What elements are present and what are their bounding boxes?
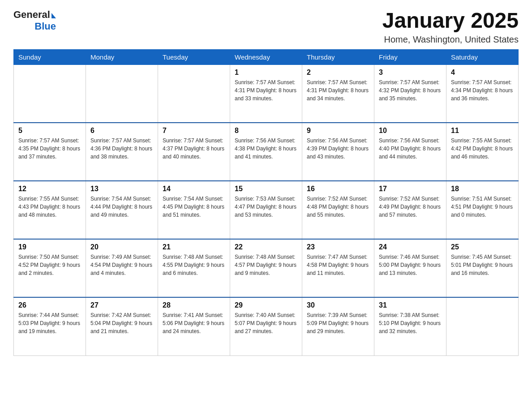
calendar-cell: 24Sunrise: 7:46 AM Sunset: 5:00 PM Dayli… <box>374 239 446 297</box>
calendar-header-row: SundayMondayTuesdayWednesdayThursdayFrid… <box>14 49 519 64</box>
calendar-cell: 9Sunrise: 7:56 AM Sunset: 4:39 PM Daylig… <box>302 123 374 181</box>
day-info: Sunrise: 7:39 AM Sunset: 5:09 PM Dayligh… <box>307 311 369 335</box>
calendar-cell <box>14 64 86 123</box>
calendar-cell: 31Sunrise: 7:38 AM Sunset: 5:10 PM Dayli… <box>374 297 446 355</box>
calendar-cell <box>446 297 519 355</box>
calendar-cell: 6Sunrise: 7:57 AM Sunset: 4:36 PM Daylig… <box>86 123 158 181</box>
day-number: 28 <box>163 301 225 309</box>
day-number: 2 <box>307 68 369 77</box>
day-info: Sunrise: 7:38 AM Sunset: 5:10 PM Dayligh… <box>379 311 442 335</box>
calendar-cell: 30Sunrise: 7:39 AM Sunset: 5:09 PM Dayli… <box>302 297 374 355</box>
day-number: 29 <box>235 301 297 309</box>
calendar-cell: 17Sunrise: 7:52 AM Sunset: 4:49 PM Dayli… <box>374 181 446 239</box>
day-number: 20 <box>90 243 153 251</box>
logo-blue: Blue <box>34 21 56 32</box>
calendar-cell <box>86 64 158 123</box>
day-number: 25 <box>451 243 514 251</box>
calendar-title: January 2025 <box>382 9 519 33</box>
day-number: 26 <box>18 301 81 309</box>
day-number: 14 <box>163 185 225 193</box>
calendar-cell: 23Sunrise: 7:47 AM Sunset: 4:58 PM Dayli… <box>302 239 374 297</box>
day-info: Sunrise: 7:56 AM Sunset: 4:39 PM Dayligh… <box>307 137 369 161</box>
calendar-cell <box>158 64 230 123</box>
day-number: 23 <box>307 243 369 251</box>
day-number: 17 <box>379 185 442 193</box>
header-saturday: Saturday <box>446 49 519 64</box>
day-info: Sunrise: 7:47 AM Sunset: 4:58 PM Dayligh… <box>307 253 369 277</box>
day-number: 27 <box>90 301 153 309</box>
day-info: Sunrise: 7:52 AM Sunset: 4:48 PM Dayligh… <box>307 195 369 219</box>
day-info: Sunrise: 7:48 AM Sunset: 4:55 PM Dayligh… <box>163 253 225 277</box>
calendar-cell: 8Sunrise: 7:56 AM Sunset: 4:38 PM Daylig… <box>230 123 302 181</box>
calendar-week-row: 5Sunrise: 7:57 AM Sunset: 4:35 PM Daylig… <box>14 123 519 181</box>
day-number: 30 <box>307 301 369 309</box>
day-info: Sunrise: 7:40 AM Sunset: 5:07 PM Dayligh… <box>235 311 297 335</box>
day-number: 31 <box>379 301 442 309</box>
day-number: 8 <box>235 127 297 135</box>
day-number: 21 <box>163 243 225 251</box>
day-info: Sunrise: 7:56 AM Sunset: 4:38 PM Dayligh… <box>235 137 297 161</box>
day-info: Sunrise: 7:57 AM Sunset: 4:32 PM Dayligh… <box>379 78 442 103</box>
calendar-cell: 18Sunrise: 7:51 AM Sunset: 4:51 PM Dayli… <box>446 181 519 239</box>
logo-general: General <box>13 9 50 21</box>
day-info: Sunrise: 7:57 AM Sunset: 4:31 PM Dayligh… <box>307 78 369 103</box>
calendar-cell: 22Sunrise: 7:48 AM Sunset: 4:57 PM Dayli… <box>230 239 302 297</box>
calendar-cell: 28Sunrise: 7:41 AM Sunset: 5:06 PM Dayli… <box>158 297 230 355</box>
calendar-cell: 15Sunrise: 7:53 AM Sunset: 4:47 PM Dayli… <box>230 181 302 239</box>
day-number: 24 <box>379 243 442 251</box>
title-block: January 2025 Home, Washington, United St… <box>382 9 519 45</box>
day-info: Sunrise: 7:48 AM Sunset: 4:57 PM Dayligh… <box>235 253 297 277</box>
header-friday: Friday <box>374 49 446 64</box>
day-number: 22 <box>235 243 297 251</box>
logo: General Blue <box>13 9 56 32</box>
day-number: 15 <box>235 185 297 193</box>
calendar-cell: 7Sunrise: 7:57 AM Sunset: 4:37 PM Daylig… <box>158 123 230 181</box>
day-number: 16 <box>307 185 369 193</box>
day-info: Sunrise: 7:50 AM Sunset: 4:52 PM Dayligh… <box>18 253 81 277</box>
calendar-week-row: 1Sunrise: 7:57 AM Sunset: 4:31 PM Daylig… <box>14 64 519 123</box>
calendar-cell: 3Sunrise: 7:57 AM Sunset: 4:32 PM Daylig… <box>374 64 446 123</box>
calendar-subtitle: Home, Washington, United States <box>382 34 519 45</box>
header-sunday: Sunday <box>14 49 86 64</box>
day-number: 10 <box>379 127 442 135</box>
day-number: 6 <box>90 127 153 135</box>
day-info: Sunrise: 7:57 AM Sunset: 4:35 PM Dayligh… <box>18 137 81 161</box>
calendar-cell: 10Sunrise: 7:56 AM Sunset: 4:40 PM Dayli… <box>374 123 446 181</box>
day-info: Sunrise: 7:54 AM Sunset: 4:45 PM Dayligh… <box>163 195 225 219</box>
day-info: Sunrise: 7:56 AM Sunset: 4:40 PM Dayligh… <box>379 137 442 161</box>
day-number: 4 <box>451 68 514 77</box>
calendar-cell: 12Sunrise: 7:55 AM Sunset: 4:43 PM Dayli… <box>14 181 86 239</box>
day-info: Sunrise: 7:45 AM Sunset: 5:01 PM Dayligh… <box>451 253 514 277</box>
day-info: Sunrise: 7:52 AM Sunset: 4:49 PM Dayligh… <box>379 195 442 219</box>
calendar-cell: 14Sunrise: 7:54 AM Sunset: 4:45 PM Dayli… <box>158 181 230 239</box>
day-info: Sunrise: 7:57 AM Sunset: 4:37 PM Dayligh… <box>163 137 225 161</box>
day-info: Sunrise: 7:57 AM Sunset: 4:34 PM Dayligh… <box>451 78 514 103</box>
calendar-cell: 16Sunrise: 7:52 AM Sunset: 4:48 PM Dayli… <box>302 181 374 239</box>
calendar-cell: 19Sunrise: 7:50 AM Sunset: 4:52 PM Dayli… <box>14 239 86 297</box>
calendar-cell: 29Sunrise: 7:40 AM Sunset: 5:07 PM Dayli… <box>230 297 302 355</box>
day-info: Sunrise: 7:55 AM Sunset: 4:43 PM Dayligh… <box>18 195 81 219</box>
logo-arrow-icon <box>51 13 56 18</box>
calendar-cell: 27Sunrise: 7:42 AM Sunset: 5:04 PM Dayli… <box>86 297 158 355</box>
day-info: Sunrise: 7:55 AM Sunset: 4:42 PM Dayligh… <box>451 137 514 161</box>
day-number: 13 <box>90 185 153 193</box>
calendar-cell: 4Sunrise: 7:57 AM Sunset: 4:34 PM Daylig… <box>446 64 519 123</box>
calendar-table: SundayMondayTuesdayWednesdayThursdayFrid… <box>13 49 519 356</box>
day-info: Sunrise: 7:46 AM Sunset: 5:00 PM Dayligh… <box>379 253 442 277</box>
day-number: 5 <box>18 127 81 135</box>
calendar-cell: 20Sunrise: 7:49 AM Sunset: 4:54 PM Dayli… <box>86 239 158 297</box>
calendar-week-row: 12Sunrise: 7:55 AM Sunset: 4:43 PM Dayli… <box>14 181 519 239</box>
day-number: 1 <box>235 68 297 77</box>
day-info: Sunrise: 7:44 AM Sunset: 5:03 PM Dayligh… <box>18 311 81 335</box>
day-number: 12 <box>18 185 81 193</box>
calendar-cell: 2Sunrise: 7:57 AM Sunset: 4:31 PM Daylig… <box>302 64 374 123</box>
calendar-cell: 13Sunrise: 7:54 AM Sunset: 4:44 PM Dayli… <box>86 181 158 239</box>
day-info: Sunrise: 7:42 AM Sunset: 5:04 PM Dayligh… <box>90 311 153 335</box>
day-info: Sunrise: 7:54 AM Sunset: 4:44 PM Dayligh… <box>90 195 153 219</box>
calendar-week-row: 26Sunrise: 7:44 AM Sunset: 5:03 PM Dayli… <box>14 297 519 355</box>
calendar-cell: 1Sunrise: 7:57 AM Sunset: 4:31 PM Daylig… <box>230 64 302 123</box>
day-info: Sunrise: 7:53 AM Sunset: 4:47 PM Dayligh… <box>235 195 297 219</box>
day-number: 7 <box>163 127 225 135</box>
calendar-cell: 26Sunrise: 7:44 AM Sunset: 5:03 PM Dayli… <box>14 297 86 355</box>
day-info: Sunrise: 7:57 AM Sunset: 4:36 PM Dayligh… <box>90 137 153 161</box>
